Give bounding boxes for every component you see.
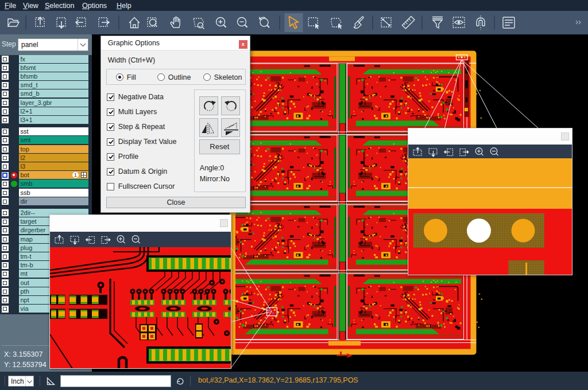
svg-text:*: * (481, 297, 483, 303)
svg-text:*: * (478, 325, 480, 331)
svg-text:*: * (479, 88, 481, 94)
svg-text:*: * (475, 92, 478, 98)
svg-text:*: * (480, 116, 482, 122)
